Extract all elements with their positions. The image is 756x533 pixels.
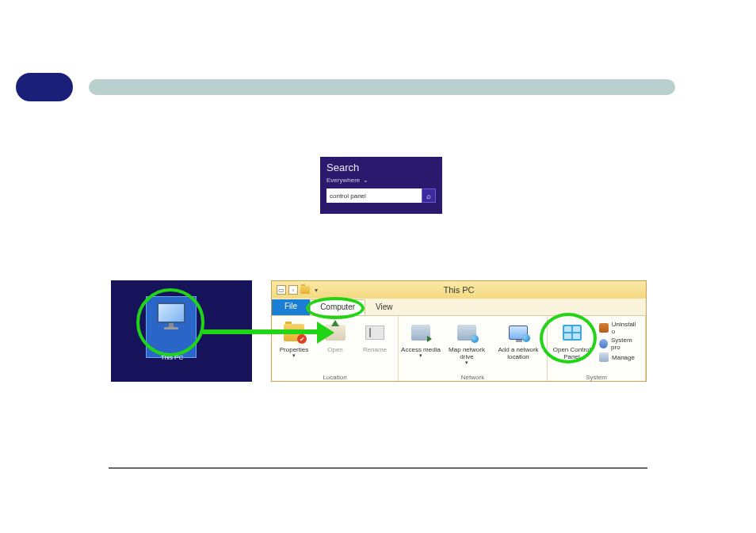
open-control-panel-button[interactable]: Open Control Panel	[549, 319, 594, 374]
search-charm-panel: Search Everywhere ⌄ ⌕	[320, 157, 442, 214]
ribbon-group-network: Access media ▾ Map network drive ▾ Add a…	[399, 316, 548, 382]
page-header	[16, 73, 740, 101]
manage-button[interactable]: Manage	[599, 352, 640, 362]
highlight-circle	[306, 297, 365, 319]
system-properties-label: System pro	[611, 337, 640, 351]
chevron-down-icon: ▾	[419, 352, 422, 359]
add-network-location-button[interactable]: Add a network location	[492, 319, 544, 374]
rename-icon	[362, 321, 388, 345]
access-media-icon	[408, 321, 433, 345]
map-drive-button[interactable]: Map network drive ▾	[443, 319, 491, 374]
group-label-network: Network	[400, 374, 545, 382]
header-badge	[16, 73, 73, 101]
access-media-button[interactable]: Access media ▾	[400, 319, 441, 374]
system-properties-icon	[599, 339, 608, 348]
search-button[interactable]: ⌕	[422, 188, 436, 203]
qat-folder-icon[interactable]	[300, 286, 310, 294]
manage-icon	[599, 352, 609, 362]
qat-dropdown-icon[interactable]: ▾	[312, 285, 320, 295]
system-small-buttons: Uninstall o System pro Manage	[596, 319, 643, 374]
search-input[interactable]	[326, 188, 422, 203]
window-title: This PC	[443, 285, 474, 295]
search-title: Search	[326, 162, 436, 173]
system-properties-button[interactable]: System pro	[599, 337, 640, 351]
qat-properties-icon[interactable]: ▭	[277, 285, 286, 295]
annotation-arrow-head	[317, 322, 334, 344]
rename-label: Rename	[363, 346, 387, 353]
chevron-down-icon: ▾	[465, 360, 468, 366]
annotation-arrow-line	[203, 329, 319, 334]
header-bar	[89, 79, 675, 95]
manage-label: Manage	[612, 354, 635, 361]
chevron-down-icon: ▾	[292, 352, 296, 359]
properties-button[interactable]: Properties ▾	[273, 319, 315, 374]
uninstall-icon	[599, 323, 609, 333]
group-label-system: System	[549, 374, 643, 382]
qat-new-icon[interactable]: ▫	[288, 285, 298, 295]
add-network-location-label: Add a network location	[497, 346, 540, 360]
this-pc-desktop-icon[interactable]: This PC	[141, 295, 203, 366]
tab-file[interactable]: File	[272, 299, 310, 315]
quick-access-toolbar: ▭ ▫ ▾	[277, 285, 320, 295]
ribbon-group-system: Open Control Panel Uninstall o System pr…	[548, 316, 646, 382]
highlight-circle	[540, 313, 597, 364]
uninstall-label: Uninstall o	[612, 321, 640, 335]
divider-line	[109, 467, 647, 469]
group-label-location: Location	[273, 374, 396, 382]
search-scope-label: Everywhere	[326, 177, 360, 184]
tab-view[interactable]: View	[365, 299, 403, 315]
chevron-down-icon: ⌄	[363, 177, 368, 184]
rename-button: Rename	[356, 319, 394, 374]
uninstall-button[interactable]: Uninstall o	[599, 321, 640, 335]
window-title-bar: ▭ ▫ ▾ This PC	[272, 281, 646, 299]
search-scope-selector[interactable]: Everywhere ⌄	[326, 177, 436, 184]
ribbon-tabs: File Computer View	[272, 299, 646, 316]
map-drive-icon	[454, 321, 479, 345]
highlight-circle	[136, 288, 204, 356]
add-network-location-icon	[506, 321, 531, 345]
map-drive-label: Map network drive	[445, 346, 488, 360]
open-label: Open	[327, 346, 343, 353]
ribbon-group-location: Properties ▾ Open Rename Location	[272, 316, 399, 382]
tab-computer[interactable]: Computer	[310, 299, 365, 315]
search-icon: ⌕	[426, 192, 431, 200]
